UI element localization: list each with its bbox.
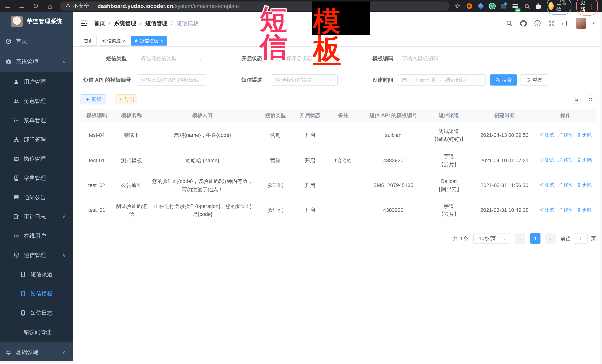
ext-list-on-icon[interactable]: on	[512, 2, 519, 10]
ext-green-y-icon[interactable]	[489, 2, 496, 10]
sidebar-item-短信模板[interactable]: 短信模板	[0, 284, 73, 303]
export-button[interactable]: 导出	[115, 94, 137, 104]
sidebar-item-菜单管理[interactable]: 菜单管理	[0, 111, 73, 130]
tab-label: 短信模板	[140, 38, 158, 44]
测试-link[interactable]: 测试	[539, 206, 554, 213]
修改-link[interactable]: 修改	[558, 206, 573, 213]
browser-profile-badge[interactable]: 已暂停	[547, 0, 571, 15]
address-bar[interactable]: 不安全 dashboard.yudao.iocoder.cn/system/sm…	[60, 1, 450, 11]
sidebar-item-错误码管理[interactable]: 错误码管理	[0, 322, 73, 342]
avatar-caret-down-icon[interactable]: ▾	[592, 21, 595, 26]
status-select[interactable]: 请选择开启状态 ⌄	[271, 53, 338, 64]
sidebar-item-短信管理[interactable]: 短信管理∧	[0, 246, 73, 265]
sidebar-item-在线用户[interactable]: (A)在线用户	[0, 226, 73, 246]
home-icon[interactable]: ⌂	[46, 3, 53, 10]
cell-actions: 测试修改删除	[535, 122, 596, 148]
测试-link[interactable]: 测试	[539, 156, 554, 164]
breadcrumb-item-短信管理[interactable]: 短信管理	[145, 20, 168, 27]
sidebar-item-审计日志[interactable]: 审计日志∨	[0, 207, 73, 226]
breadcrumb-item-首页[interactable]: 首页	[94, 20, 105, 27]
table-refresh-button[interactable]	[586, 95, 595, 104]
sidebar-item-角色管理[interactable]: 角色管理	[0, 92, 73, 111]
ext-person-search-icon[interactable]	[523, 2, 530, 10]
sidebar-item-岗位管理[interactable]: 岗位管理	[0, 149, 73, 168]
sidebar-item-短信日志[interactable]: 短信日志	[0, 303, 73, 322]
api-template-id-input[interactable]: 请输入短信 API 的模板编	[136, 74, 207, 85]
测试-link[interactable]: 测试	[539, 131, 554, 138]
delete-icon	[577, 183, 581, 187]
next-page-button[interactable]: ›	[545, 233, 556, 244]
github-icon[interactable]	[520, 20, 527, 27]
help-icon[interactable]: ?	[534, 20, 541, 27]
cell-status: 开启	[296, 198, 324, 223]
update-label: 更新	[580, 0, 586, 13]
sidebar-item-用户管理[interactable]: 用户管理	[0, 72, 73, 92]
security-label[interactable]: 不安全	[73, 2, 89, 10]
tab-短信渠道[interactable]: 短信渠道×	[99, 36, 129, 46]
goto-page-input[interactable]: 1	[574, 233, 588, 244]
sidebar-item-通知公告[interactable]: 通知公告	[0, 188, 73, 207]
search-button[interactable]: 搜索	[490, 74, 517, 85]
删除-link[interactable]: 删除	[577, 131, 592, 138]
font-size-icon[interactable]: tT	[562, 20, 570, 27]
ext-grid-gem-icon[interactable]	[500, 2, 507, 10]
sidebar-item-label: 岗位管理	[24, 155, 46, 163]
sidebar-item-基础设施[interactable]: 基础设施∨	[0, 342, 73, 363]
reload-icon[interactable]: ↻	[32, 3, 39, 10]
kebab-menu-icon[interactable]: ⋮	[589, 3, 594, 10]
user-icon	[13, 79, 20, 85]
forward-icon[interactable]: →	[18, 3, 25, 10]
prev-page-button[interactable]: ‹	[515, 233, 525, 244]
sidebar-item-短信渠道[interactable]: 短信渠道	[0, 265, 73, 284]
close-icon[interactable]: ×	[123, 38, 126, 43]
breadcrumb-item-系统管理[interactable]: 系统管理	[114, 20, 136, 27]
ext-puzzle-icon[interactable]	[535, 2, 542, 10]
reset-button[interactable]: 重置	[520, 74, 548, 85]
create-time-range-picker[interactable]: 开始日期 - 结束日期	[397, 74, 486, 85]
current-page-button[interactable]: 1	[530, 233, 540, 244]
back-icon[interactable]: ←	[4, 3, 11, 10]
sidebar-item-首页[interactable]: 首页	[0, 31, 73, 52]
update-button[interactable]: 更新 ⋮	[576, 0, 598, 16]
template-code-input[interactable]: 请输入模板编码	[397, 53, 468, 64]
cell-remark: f哈哈哈	[324, 148, 363, 173]
page-scrollbar[interactable]	[600, 12, 602, 364]
sidebar-item-label: 审计日志	[24, 213, 46, 220]
tab-首页[interactable]: 首页	[80, 36, 97, 46]
star-icon[interactable]	[454, 3, 461, 9]
app-logo-row[interactable]: 芋道管理系统	[0, 12, 73, 31]
ext-orange-ring-icon[interactable]	[466, 2, 473, 10]
table-row: test-01测试模板哈哈哈 {name}营销开启f哈哈哈4383920芋道【云…	[80, 148, 596, 173]
page-size-select[interactable]: 10条/页 ⌄	[473, 233, 510, 244]
删除-link[interactable]: 删除	[577, 181, 592, 188]
ext-blue-gem-icon[interactable]	[477, 2, 484, 10]
close-icon[interactable]: ×	[161, 38, 163, 43]
测试-link[interactable]: 测试	[539, 181, 554, 188]
sms-type-select[interactable]: 请选择短信类型 ⌄	[136, 53, 207, 64]
修改-link[interactable]: 修改	[558, 156, 573, 164]
fullscreen-icon[interactable]	[548, 20, 556, 27]
channel-signature: 【调试(钉钉)】	[426, 135, 472, 143]
cell-channel: 芋道【云片】	[424, 198, 474, 223]
cell-api-template-id: 4383920	[363, 198, 424, 223]
cell-actions: 测试修改删除	[535, 173, 596, 198]
channel-select[interactable]: 请选择短信渠道 ⌄	[271, 74, 338, 85]
search-icon[interactable]	[505, 20, 513, 27]
sidebar-item-label: 部门管理	[24, 136, 46, 144]
table-header-row: 模板编码模板名称模板内容短信类型开启状态备注短信 API 的模板编号短信渠道创建…	[80, 109, 596, 122]
add-button[interactable]: 新增	[80, 94, 106, 104]
删除-link[interactable]: 删除	[577, 156, 592, 164]
tab-短信模板[interactable]: 短信模板×	[131, 36, 167, 46]
删除-link[interactable]: 删除	[577, 206, 592, 213]
sidebar-item-部门管理[interactable]: 部门管理	[0, 130, 73, 149]
修改-link[interactable]: 修改	[558, 181, 573, 188]
cell-created-time: 2021-03-31 11:56:30	[474, 173, 535, 198]
sidebar-item-系统管理[interactable]: 系统管理∧	[0, 52, 73, 72]
sidebar-item-字典管理[interactable]: 字典管理	[0, 168, 73, 188]
users-icon	[13, 98, 20, 104]
修改-link[interactable]: 修改	[558, 131, 573, 138]
user-avatar[interactable]	[576, 18, 586, 29]
table-search-toggle-button[interactable]	[572, 95, 581, 104]
sidebar-collapse-icon[interactable]	[80, 19, 88, 27]
channel-label: 短信渠道	[241, 74, 262, 85]
